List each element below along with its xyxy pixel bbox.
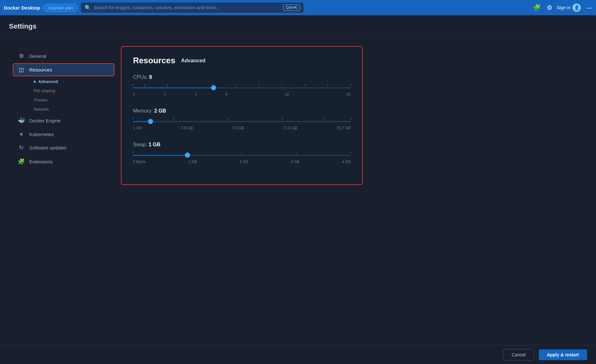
swap-tick-1 [133, 151, 133, 154]
cpu-label-20: 20 [347, 92, 351, 97]
software-updates-icon: ↻ [18, 144, 25, 151]
sidebar-item-extensions[interactable]: 🧩 Extensions [13, 155, 115, 168]
mem-tick-6 [350, 118, 351, 120]
memory-section: Memory: 2 GB 1 GB 3.9 GB 7.9 GB [133, 108, 351, 130]
swap-label-3: 3 GB [291, 160, 299, 164]
swap-section: Swap: 1 GB 0 Bytes 1 GB 2 GB 3 GB [133, 142, 351, 164]
resources-title: Resources [133, 56, 175, 65]
sidebar-item-general[interactable]: ⚙ General [13, 49, 115, 63]
sidebar-sub-file-sharing[interactable]: File sharing [30, 86, 115, 95]
page-title: Settings [9, 22, 587, 31]
mem-tick-5 [323, 118, 324, 120]
search-input[interactable] [94, 5, 281, 10]
tick-7 [282, 84, 282, 86]
cpu-slider-wrapper[interactable] [133, 85, 351, 91]
software-updates-label: Software updates [29, 145, 67, 150]
tick-5 [236, 84, 236, 86]
cpu-value: 8 [149, 74, 152, 80]
cancel-button[interactable]: Cancel [503, 349, 534, 361]
memory-value: 2 GB [154, 108, 166, 113]
cpu-slider-labels: 1 2 4 8 16 20 [133, 92, 351, 97]
tick-10 [350, 84, 351, 86]
memory-slider-labels: 1 GB 3.9 GB 7.9 GB 11.8 GB 15.7 GB [133, 126, 351, 130]
advanced-label: Advanced [38, 79, 58, 84]
extensions-icon[interactable]: 🧩 [532, 3, 542, 13]
swap-label: Swap: 1 GB [133, 142, 351, 148]
tick-9 [327, 84, 328, 86]
swap-label-1: 1 GB [188, 160, 197, 164]
tick-2 [144, 84, 145, 86]
page-title-bar: Settings [0, 15, 596, 37]
topbar: Docker Desktop Upgrade plan 🔍 Ctrl+K 🧩 ⚙… [0, 0, 596, 15]
swap-slider-wrapper[interactable] [133, 152, 351, 158]
cpu-section: CPUs: 8 [133, 74, 351, 97]
resources-tab-advanced[interactable]: Advanced [181, 58, 205, 64]
swap-label-0: 0 Bytes [133, 160, 146, 164]
general-icon: ⚙ [18, 52, 25, 59]
app-brand: Docker Desktop [4, 5, 40, 10]
tick-6 [259, 84, 259, 86]
cpu-label: CPUs: 8 [133, 74, 351, 80]
docker-engine-icon: 🐳 [18, 117, 25, 124]
avatar: 👤 [572, 3, 581, 12]
swap-label-4: 4 GB [342, 160, 351, 164]
sidebar-sub-resources: Advanced File sharing Proxies Network [13, 77, 115, 114]
upgrade-button[interactable]: Upgrade plan [43, 4, 78, 12]
cpu-label-4: 4 [195, 92, 197, 97]
mem-tick-2 [173, 118, 174, 120]
cpu-range-filled [133, 87, 214, 88]
resources-icon: ◫ [18, 66, 25, 73]
cpu-label-8: 8 [225, 92, 228, 97]
signin-button[interactable]: Sign in 👤 [557, 3, 581, 12]
extensions-label: Extensions [29, 159, 53, 164]
mem-label-4: 11.8 GB [283, 126, 297, 130]
mem-tick-4 [282, 118, 283, 120]
swap-tick-4 [296, 151, 297, 154]
sidebar-item-resources[interactable]: ◫ Resources [13, 63, 115, 76]
mem-label-2: 3.9 GB [181, 126, 193, 130]
swap-slider-labels: 0 Bytes 1 GB 2 GB 3 GB 4 GB [133, 160, 351, 164]
memory-thumb[interactable] [148, 119, 153, 124]
swap-tick-3 [242, 151, 242, 154]
search-bar: 🔍 Ctrl+K [81, 3, 304, 13]
cpu-label-16: 16 [285, 92, 289, 97]
resources-header: Resources Advanced [133, 56, 351, 65]
network-label: Network [34, 107, 49, 112]
sidebar-sub-advanced[interactable]: Advanced [30, 77, 115, 86]
cpu-thumb[interactable] [211, 85, 216, 90]
content-area: Resources Advanced CPUs: 8 [115, 46, 583, 334]
swap-value: 1 GB [149, 142, 160, 147]
search-shortcut: Ctrl+K [283, 4, 300, 11]
search-icon: 🔍 [85, 5, 91, 11]
resources-panel: Resources Advanced CPUs: 8 [121, 46, 363, 185]
cpu-label-1: 1 [133, 92, 135, 97]
mem-label-1: 1 GB [133, 126, 142, 130]
memory-range-bg [133, 121, 351, 122]
proxies-label: Proxies [34, 98, 47, 102]
memory-slider-wrapper[interactable] [133, 118, 351, 125]
file-sharing-label: File sharing [34, 88, 55, 93]
sidebar-sub-proxies[interactable]: Proxies [30, 95, 115, 105]
sidebar-item-docker-engine[interactable]: 🐳 Docker Engine [13, 114, 115, 127]
cpu-label-2: 2 [164, 92, 166, 97]
bottom-bar: Cancel Apply & restart [0, 345, 596, 364]
kubernetes-label: Kubernetes [29, 132, 54, 137]
kubernetes-icon: ⎈ [18, 131, 25, 137]
active-dot [34, 81, 36, 83]
sidebar-item-kubernetes[interactable]: ⎈ Kubernetes [13, 128, 115, 141]
mem-tick-1 [133, 118, 133, 120]
swap-tick-5 [350, 151, 351, 154]
apply-restart-button[interactable]: Apply & restart [539, 349, 587, 360]
resources-label: Resources [29, 67, 52, 72]
extensions-sidebar-icon: 🧩 [18, 158, 25, 165]
sidebar-item-software-updates[interactable]: ↻ Software updates [13, 141, 115, 154]
swap-thumb[interactable] [185, 153, 190, 158]
swap-label-2: 2 GB [240, 160, 248, 164]
settings-icon[interactable]: ⚙ [545, 3, 554, 13]
sidebar-sub-network[interactable]: Network [30, 105, 115, 114]
swap-range-filled [133, 155, 187, 156]
memory-label: Memory: 2 GB [133, 108, 351, 114]
general-label: General [29, 53, 46, 59]
main-layout: ⚙ General ◫ Resources Advanced File shar… [0, 37, 596, 344]
minimize-icon[interactable]: — [586, 4, 592, 11]
